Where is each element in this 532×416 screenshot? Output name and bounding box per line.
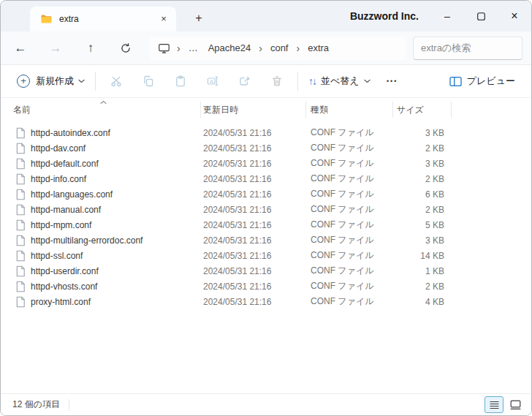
file-name: proxy-html.conf [31, 297, 91, 307]
file-row[interactable]: proxy-html.conf 2024/05/31 21:16 CONF ファ… [1, 294, 531, 309]
file-name: httpd-info.conf [31, 174, 86, 184]
file-name: httpd-dav.conf [31, 143, 86, 154]
file-modified: 2024/05/31 21:16 [203, 281, 311, 292]
file-type: CONF ファイル [311, 173, 392, 185]
column-divider[interactable] [392, 102, 393, 118]
file-icon [15, 281, 26, 292]
file-row[interactable]: httpd-manual.conf 2024/05/31 21:16 CONF … [1, 202, 531, 217]
rename-icon: A [207, 75, 218, 87]
file-name-cell: httpd-userdir.conf [1, 265, 203, 277]
file-icon [15, 189, 26, 200]
this-pc-icon[interactable] [154, 42, 174, 54]
details-view-icon [489, 400, 500, 410]
refresh-button[interactable] [115, 37, 137, 59]
file-type: CONF ファイル [311, 219, 392, 231]
file-row[interactable]: httpd-dav.conf 2024/05/31 21:16 CONF ファイ… [1, 140, 531, 156]
file-modified: 2024/05/31 21:16 [203, 266, 311, 276]
chevron-right-icon[interactable]: › [256, 42, 265, 54]
file-name-cell: proxy-html.conf [1, 296, 203, 308]
file-row[interactable]: httpd-mpm.conf 2024/05/31 21:16 CONF ファイ… [1, 217, 531, 232]
file-row[interactable]: httpd-userdir.conf 2024/05/31 21:16 CONF… [1, 263, 531, 279]
column-header-type[interactable]: 種類 [311, 104, 392, 116]
file-size: 2 KB [392, 143, 451, 154]
navigation-bar: ← → ↑ › … Apache24 › conf › extra [1, 31, 531, 65]
share-icon [239, 75, 251, 87]
cut-button[interactable] [100, 69, 132, 94]
file-type: CONF ファイル [311, 265, 392, 277]
minimize-button[interactable]: – [430, 1, 464, 31]
file-icon [15, 296, 26, 308]
file-row[interactable]: httpd-default.conf 2024/05/31 21:16 CONF… [1, 156, 531, 171]
chevron-right-icon[interactable]: › [293, 42, 303, 54]
file-modified: 2024/05/31 21:16 [203, 297, 311, 307]
file-icon [15, 143, 26, 154]
toolbar-divider [95, 72, 96, 91]
share-button[interactable] [229, 69, 261, 94]
content-view-button[interactable] [507, 396, 524, 413]
breadcrumb-item-extra[interactable]: extra [303, 40, 334, 56]
new-button-label: 新規作成 [36, 75, 74, 88]
sort-button[interactable]: ↑↓ 並べ替え [303, 69, 376, 94]
tab-close-icon[interactable]: × [156, 11, 172, 27]
content-view-icon [509, 399, 522, 411]
breadcrumb-item-apache24[interactable]: Apache24 [203, 40, 256, 56]
file-size: 3 KB [392, 159, 451, 169]
rename-button[interactable]: A [197, 69, 229, 94]
toolbar: + 新規作成 A [1, 65, 531, 98]
breadcrumb-item-conf[interactable]: conf [265, 40, 294, 56]
copy-button[interactable] [132, 69, 164, 94]
file-modified: 2024/05/31 21:16 [203, 251, 311, 261]
file-explorer-window: extra × + Buzzword Inc. – × ← → ↑ [0, 0, 532, 416]
file-size: 4 KB [392, 297, 451, 307]
file-row[interactable]: httpd-languages.conf 2024/05/31 21:16 CO… [1, 186, 531, 202]
file-type: CONF ファイル [311, 142, 392, 154]
preview-toggle-button[interactable]: プレビュー [444, 69, 521, 94]
preview-pane-icon [449, 76, 462, 87]
delete-button[interactable] [261, 69, 293, 94]
new-button[interactable]: + 新規作成 [11, 69, 91, 94]
file-modified: 2024/05/31 21:16 [203, 143, 311, 154]
file-row[interactable]: httpd-ssl.conf 2024/05/31 21:16 CONF ファイ… [1, 248, 531, 263]
file-row[interactable]: httpd-autoindex.conf 2024/05/31 21:16 CO… [1, 125, 531, 140]
folder-icon [40, 13, 52, 25]
file-size: 14 KB [392, 251, 451, 261]
forward-button[interactable]: → [45, 37, 66, 59]
chevron-down-icon [78, 79, 85, 83]
column-divider[interactable] [451, 102, 452, 118]
close-button[interactable]: × [498, 1, 531, 31]
file-modified: 2024/05/31 21:16 [203, 235, 311, 246]
file-name: httpd-manual.conf [31, 205, 101, 215]
ellipsis-icon: ••• [387, 77, 398, 85]
breadcrumb-overflow[interactable]: … [183, 40, 203, 56]
maximize-button[interactable] [464, 1, 498, 31]
file-row[interactable]: httpd-vhosts.conf 2024/05/31 21:16 CONF … [1, 279, 531, 294]
file-type: CONF ファイル [311, 203, 392, 216]
paste-button[interactable] [164, 69, 197, 94]
file-row[interactable]: httpd-info.conf 2024/05/31 21:16 CONF ファ… [1, 171, 531, 186]
new-tab-button[interactable]: + [189, 9, 208, 28]
column-divider[interactable] [200, 102, 201, 118]
item-count: 12 個の項目 [12, 398, 60, 411]
file-icon [15, 173, 26, 185]
plus-circle-icon: + [17, 75, 30, 88]
up-button[interactable]: ↑ [80, 37, 102, 59]
column-header-modified[interactable]: 更新日時 [203, 104, 311, 116]
file-name-cell: httpd-ssl.conf [1, 250, 203, 262]
file-type: CONF ファイル [311, 157, 392, 170]
status-divider [69, 399, 69, 411]
file-size: 2 KB [392, 174, 451, 184]
column-header-row: 名前 更新日時 種類 サイズ [1, 98, 531, 121]
file-row[interactable]: httpd-multilang-errordoc.conf 2024/05/31… [1, 232, 531, 248]
details-view-button[interactable] [484, 396, 503, 413]
file-type: CONF ファイル [311, 295, 392, 308]
search-input[interactable] [413, 37, 522, 60]
chevron-right-icon[interactable]: › [174, 42, 183, 54]
file-name-cell: httpd-default.conf [1, 158, 203, 170]
more-options-button[interactable]: ••• [376, 69, 408, 94]
column-header-name[interactable]: 名前 [1, 104, 203, 116]
column-divider[interactable] [305, 102, 306, 118]
back-button[interactable]: ← [10, 37, 31, 59]
tab-extra[interactable]: extra × [30, 7, 176, 31]
column-header-size[interactable]: サイズ [392, 104, 451, 116]
file-modified: 2024/05/31 21:16 [203, 205, 311, 215]
